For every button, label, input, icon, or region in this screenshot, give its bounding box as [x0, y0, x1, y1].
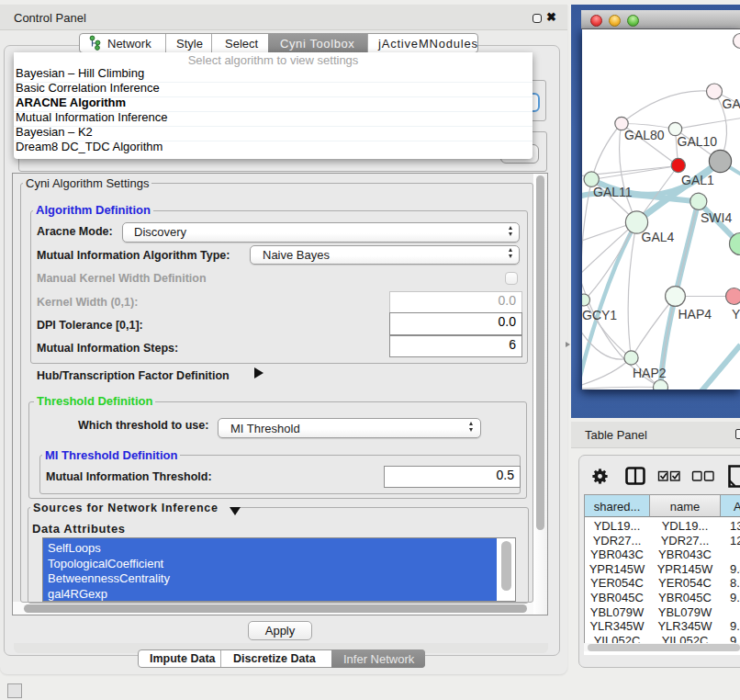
svg-text:HAP4: HAP4 — [678, 307, 712, 322]
svg-text:SWI4: SWI4 — [701, 210, 732, 225]
svg-text:YJL21: YJL21 — [732, 306, 740, 321]
svg-text:GAL10: GAL10 — [677, 134, 717, 149]
svg-text:GAL4: GAL4 — [641, 230, 674, 244]
svg-text:GAL80: GAL80 — [624, 127, 665, 141]
svg-text:GAL11: GAL11 — [593, 184, 633, 198]
svg-text:GCY1: GCY1 — [582, 307, 617, 322]
svg-text:GAL1: GAL1 — [681, 172, 714, 186]
svg-text:GAL2: GAL2 — [722, 96, 740, 110]
svg-text:HAP2: HAP2 — [633, 366, 667, 380]
